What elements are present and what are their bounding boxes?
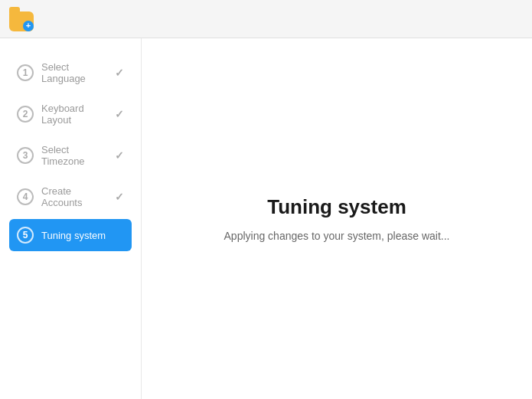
step-number-4: 4: [17, 188, 34, 205]
step-number-1: 1: [17, 64, 34, 81]
app-icon: +: [9, 7, 34, 31]
sidebar: 1 Select Language ✓ 2 Keyboard Layout ✓ …: [0, 38, 142, 399]
sidebar-item-select-timezone[interactable]: 3 Select Timezone ✓: [9, 136, 132, 175]
step-number-2: 2: [17, 106, 34, 123]
sidebar-label-select-language: Select Language: [41, 61, 107, 84]
check-icon-4: ✓: [115, 191, 124, 203]
content-area: Tuning system Applying changes to your s…: [142, 38, 532, 399]
check-icon-2: ✓: [115, 108, 124, 120]
step-number-3: 3: [17, 147, 34, 164]
sidebar-item-tuning-system[interactable]: 5 Tuning system: [9, 219, 132, 251]
check-icon-3: ✓: [115, 149, 124, 162]
sidebar-item-select-language[interactable]: 1 Select Language ✓: [9, 54, 132, 92]
step-number-5: 5: [17, 227, 34, 244]
sidebar-label-keyboard-layout: Keyboard Layout: [41, 103, 107, 126]
sidebar-label-create-accounts: Create Accounts: [41, 185, 107, 208]
check-icon-1: ✓: [115, 67, 124, 79]
page-title: Tuning system: [267, 195, 406, 219]
main-layout: 1 Select Language ✓ 2 Keyboard Layout ✓ …: [0, 38, 532, 399]
top-bar: +: [0, 0, 532, 38]
sidebar-label-select-timezone: Select Timezone: [41, 144, 107, 167]
sidebar-item-keyboard-layout[interactable]: 2 Keyboard Layout ✓: [9, 95, 132, 133]
sidebar-item-create-accounts[interactable]: 4 Create Accounts ✓: [9, 178, 132, 216]
page-subtitle: Applying changes to your system, please …: [224, 230, 450, 242]
sidebar-label-tuning-system: Tuning system: [41, 230, 124, 241]
